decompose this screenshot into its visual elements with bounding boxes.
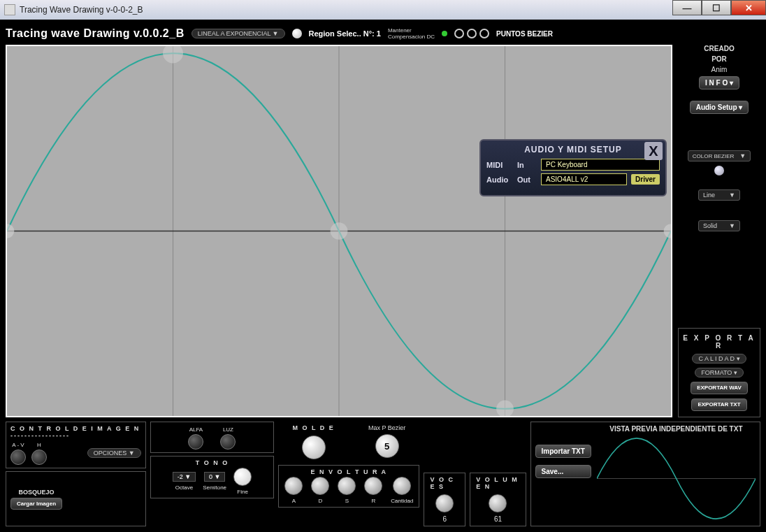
importar-txt-button[interactable]: Importar TXT [535, 445, 591, 458]
color-bezier-dropdown[interactable]: COLOR BEZIER▼ [688, 150, 751, 161]
audio-out-field[interactable]: ASIO4ALL v2 [541, 173, 627, 185]
app-body: Tracing wave Drawing v.0.0.2_B LINEAL A … [0, 20, 766, 532]
sketch-preview [66, 485, 141, 513]
maximize-button[interactable]: ☐ [702, 0, 731, 15]
h-knob[interactable] [31, 450, 47, 465]
max-bezier-knob[interactable]: 5 [375, 434, 399, 458]
midi-label: MIDI [486, 161, 513, 169]
alfa-knob[interactable] [188, 434, 203, 450]
volumen-knob[interactable] [489, 494, 507, 512]
close-button[interactable]: ✕ [731, 0, 766, 15]
dc-comp-label: MantenerCompensacion DC [388, 27, 435, 40]
window-titlebar: Tracing Wave Drawing v-0-0-2_B — ☐ ✕ [0, 0, 766, 20]
app-icon [4, 4, 15, 15]
alfa-luz-panel: ALFA LUZ [150, 422, 275, 453]
sustain-knob[interactable] [338, 477, 356, 495]
voces-knob[interactable] [435, 494, 454, 512]
envoltura-panel: E N V O L T U R A A D S R Cantidad [278, 465, 419, 508]
molde-knob[interactable] [302, 436, 326, 459]
waveform-canvas-wrap: X AUDIO Y MIDI SETUP MIDI In PC Keyboard… [6, 45, 672, 417]
line-dropdown[interactable]: Line▼ [698, 189, 740, 201]
curve-mode-dropdown[interactable]: LINEAL A EXPONENCIAL ▼ [192, 29, 285, 38]
decay-knob[interactable] [311, 477, 329, 495]
por-label: POR [711, 55, 727, 63]
export-wav-button[interactable]: EXPORTAR WAV [691, 382, 748, 394]
bottom-panel: C O N T R O L D E I M A G E N ----------… [6, 422, 760, 526]
dialog-close-button[interactable]: X [644, 142, 663, 160]
main-area: X AUDIO Y MIDI SETUP MIDI In PC Keyboard… [6, 45, 760, 417]
top-toolbar: Tracing wave Drawing v.0.0.2_B LINEAL A … [6, 25, 760, 42]
cantidad-knob[interactable] [393, 477, 411, 495]
color-bezier-knob[interactable] [714, 166, 724, 175]
bosquejo-label: BOSQUEJO [19, 489, 55, 496]
solid-dropdown[interactable]: Solid▼ [698, 220, 740, 231]
minimize-button[interactable]: — [672, 0, 702, 15]
svg-point-8 [496, 401, 514, 417]
luz-knob[interactable] [220, 434, 236, 450]
bezier-point-1[interactable] [454, 29, 464, 38]
calidad-dropdown[interactable]: C A L I D A D ▾ [692, 354, 746, 364]
dc-led-icon[interactable] [442, 31, 447, 36]
export-panel: E X P O R T A R C A L I D A D ▾ FORMATO … [678, 328, 760, 417]
audio-midi-dialog: X AUDIO Y MIDI SETUP MIDI In PC Keyboard… [479, 139, 667, 196]
molde-label: M O L D E [292, 424, 334, 431]
semitone-spinner[interactable]: 0 ▼ [204, 472, 225, 482]
cargar-imagen-button[interactable]: Cargar Imagen [10, 498, 62, 510]
in-label: In [517, 161, 537, 169]
release-knob[interactable] [364, 477, 382, 495]
waveform-canvas[interactable] [6, 45, 672, 417]
author-label: Anim [711, 66, 728, 73]
max-bezier-label: Max P Bezier [368, 424, 405, 431]
voces-value: 6 [443, 515, 447, 523]
window-title: Tracing Wave Drawing v-0-0-2_B [20, 5, 143, 15]
volumen-value: 61 [494, 515, 502, 523]
app-title: Tracing wave Drawing v.0.0.2_B [6, 27, 185, 40]
export-title: E X P O R T A R [683, 334, 756, 350]
fine-knob[interactable] [233, 468, 252, 486]
midi-in-field[interactable]: PC Keyboard [541, 159, 660, 171]
save-button[interactable]: Save... [535, 465, 591, 478]
txt-preview-title: VISTA PREVIA INDEPENDIENTE DE TXT [597, 425, 756, 433]
audio-label: Audio [486, 175, 513, 184]
region-select-label: Region Selec.. N°: 1 [309, 29, 381, 38]
formato-dropdown[interactable]: FORMATO ▾ [695, 368, 744, 378]
bezier-points-label: PUNTOS BEZIER [496, 30, 553, 38]
creado-label: CREADO [704, 45, 734, 52]
attack-knob[interactable] [284, 477, 303, 495]
theme-toggle-icon[interactable] [292, 29, 302, 38]
bezier-point-2[interactable] [467, 29, 477, 38]
octave-spinner[interactable]: -2 ▼ [173, 472, 196, 482]
txt-preview-panel: Importar TXT Save... VISTA PREVIA INDEPE… [530, 422, 760, 526]
voces-panel: V O C E S 6 [424, 473, 465, 526]
image-control-panel: C O N T R O L D E I M A G E N ----------… [6, 422, 146, 468]
dialog-title: AUDIO Y MIDI SETUP [486, 145, 660, 154]
out-label: Out [517, 175, 537, 184]
export-txt-button[interactable]: EXPORTAR TXT [691, 398, 746, 411]
right-panel: CREADO POR Anim I N F O ▾ Audio Setup ▾ … [678, 45, 760, 417]
svg-point-7 [331, 222, 348, 239]
txt-preview-canvas [597, 434, 756, 523]
audio-setup-button[interactable]: Audio Setup ▾ [690, 101, 749, 114]
volumen-panel: V O L U M E N 61 [470, 473, 526, 526]
opciones-dropdown[interactable]: OPCIONES ▼ [87, 448, 141, 458]
info-button[interactable]: I N F O ▾ [699, 76, 739, 89]
tono-panel: T O N O -2 ▼Octave 0 ▼Semitone Fine [150, 456, 275, 498]
av-knob[interactable] [10, 450, 26, 465]
image-control-title: C O N T R O L D E I M A G E N ----------… [10, 425, 141, 439]
driver-button[interactable]: Driver [631, 174, 660, 185]
bezier-point-3[interactable] [479, 29, 489, 38]
